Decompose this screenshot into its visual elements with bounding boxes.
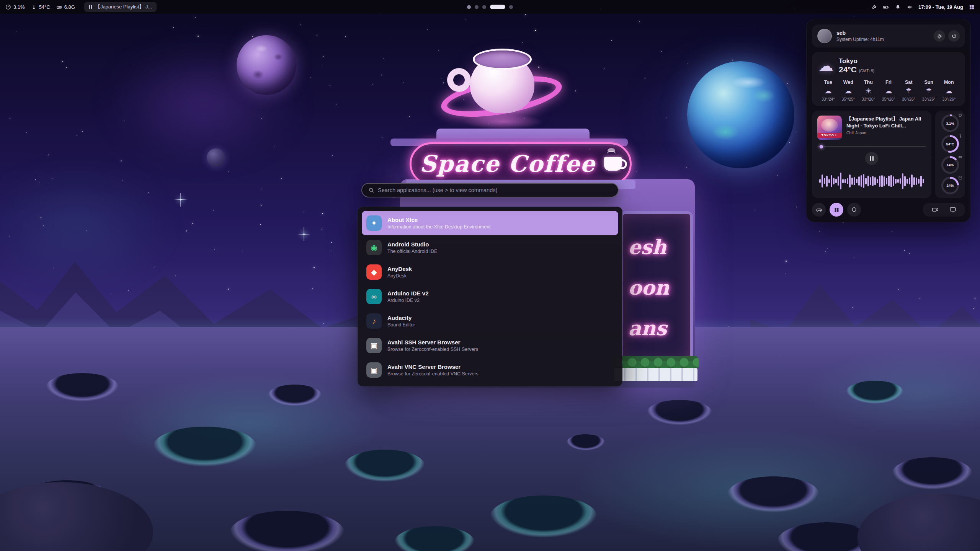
media-pill[interactable]: 【Japanese Playlist】 J...	[84, 2, 157, 12]
planter-box	[614, 368, 697, 381]
weather-city: Tokyo	[839, 57, 874, 65]
system-stats-group: 3.1% 54°C 6.8G 【Japanese Playlist】 J...	[5, 2, 157, 12]
app-result-text: Audacity Sound Editor	[387, 315, 415, 328]
forecast-weather-icon: ☂	[926, 87, 932, 95]
app-icon: ◆	[366, 264, 382, 280]
workspace-indicator[interactable]	[467, 5, 513, 9]
shield-mode-button[interactable]	[847, 203, 861, 217]
media-progress-bar[interactable]	[817, 146, 926, 147]
thermometer-icon	[958, 134, 962, 138]
app-icon: ◉	[366, 240, 382, 255]
app-result-row[interactable]: ♪ Audacity Sound Editor	[362, 309, 618, 333]
workspace-active-pill[interactable]	[490, 5, 505, 9]
temperature-value: 54°C	[39, 4, 50, 10]
app-icon: ∞	[366, 289, 382, 304]
display-icon	[949, 206, 957, 213]
disk-icon	[958, 176, 962, 180]
window-plants	[612, 356, 699, 370]
app-result-text: Avahi VNC Server Browser Browse for Zero…	[387, 364, 479, 377]
app-grid-icon[interactable]	[969, 4, 975, 10]
app-icon-glyph: ▣	[371, 341, 378, 350]
app-icon: ♪	[366, 313, 382, 329]
media-and-gauges: TOKYO L 【Japanese Playlist】 Japan All Ni…	[812, 111, 965, 198]
coffee-cup-icon	[604, 157, 622, 171]
app-result-row[interactable]: ▣ Avahi VNC Server Browser Browse for Ze…	[362, 358, 618, 382]
notifications-bell-icon[interactable]	[895, 4, 901, 10]
screen-record-button[interactable]	[931, 206, 939, 213]
memory-gauge: 14%	[941, 156, 959, 174]
app-result-row[interactable]: ∞ Arduino IDE v2 Arduino IDE v2	[362, 284, 618, 309]
battery-icon[interactable]	[883, 4, 889, 10]
workspace-dot[interactable]	[509, 5, 513, 9]
cup-glow	[463, 114, 544, 129]
cpu-chip-icon	[958, 113, 962, 117]
forecast-temps: 35°/25°	[842, 97, 855, 101]
forecast-day: Fri ☁ 35°/26°	[879, 80, 899, 101]
app-name: Audacity	[387, 315, 415, 321]
app-result-row[interactable]: ✦ About Xfce Information about the Xfce …	[362, 211, 618, 235]
forecast-day-name: Thu	[864, 80, 873, 85]
app-result-text: Android Studio The official Android IDE	[387, 241, 437, 254]
control-center-panel: seb System Uptime: 4h11m ☁ Tokyo 24°C (G…	[806, 19, 971, 222]
gamepad-mode-button[interactable]	[812, 203, 826, 217]
temperature-indicator[interactable]: 54°C	[31, 4, 50, 10]
app-description: AnyDesk	[387, 273, 412, 279]
crater	[892, 457, 972, 489]
cpu-gauge: 3.1%	[941, 114, 959, 132]
app-result-row[interactable]: ◉ Android Studio The official Android ID…	[362, 235, 618, 260]
app-result-row[interactable]: ◆ AnyDesk AnyDesk	[362, 260, 618, 284]
dashboard-apps-button[interactable]	[830, 203, 843, 217]
workspace-dot[interactable]	[467, 5, 471, 9]
gamepad-icon	[816, 207, 822, 213]
shield-icon	[851, 207, 857, 213]
app-icon-glyph: ♪	[372, 317, 376, 326]
app-result-row[interactable]: ▣ Avahi SSH Server Browser Browse for Ze…	[362, 333, 618, 358]
volume-icon[interactable]	[906, 4, 913, 10]
app-result-text: About Xfce Information about the Xfce De…	[387, 217, 491, 230]
weather-header: ☁ Tokyo 24°C (GMT+9)	[818, 57, 959, 74]
app-icon-glyph: ✦	[371, 218, 377, 228]
screenshot-button[interactable]	[949, 206, 957, 213]
launcher-search-bar[interactable]	[361, 183, 619, 197]
app-name: AnyDesk	[387, 266, 412, 272]
app-name: Avahi VNC Server Browser	[387, 364, 479, 370]
memory-indicator[interactable]: 6.8G	[56, 4, 75, 10]
power-button[interactable]	[948, 30, 960, 42]
cloud-icon: ☁	[818, 58, 833, 73]
crater	[345, 450, 425, 482]
neon-sign: Space Coffee	[410, 142, 632, 185]
app-icon: ▣	[366, 338, 382, 353]
forecast-day: Thu ☀ 33°/26°	[858, 80, 879, 101]
play-pause-button[interactable]	[865, 152, 878, 165]
waveform	[817, 169, 926, 193]
memory-value: 6.8G	[64, 4, 75, 10]
clock[interactable]: 17:09 - Tue, 19 Aug	[918, 4, 963, 10]
neon-sign-text: Space Coffee	[420, 150, 596, 177]
shop-window: esh oon ans	[620, 211, 693, 365]
temperature-ring: 54°C	[941, 135, 959, 153]
memory-icon	[56, 4, 62, 10]
wrench-icon[interactable]	[871, 4, 877, 10]
settings-button[interactable]	[934, 30, 945, 42]
system-uptime: System Uptime: 4h11m	[836, 37, 884, 42]
crater	[647, 400, 712, 425]
app-icon-glyph: ▣	[371, 365, 378, 375]
cpu-usage-indicator[interactable]: 3.1%	[5, 4, 25, 10]
app-description: Information about the Xfce Desktop Envir…	[387, 224, 491, 230]
purple-planet	[237, 35, 296, 95]
forecast-temps: 35°/26°	[882, 97, 895, 101]
crater	[394, 526, 475, 551]
media-progress-knob[interactable]	[820, 145, 823, 148]
small-moon	[207, 148, 225, 167]
media-top: TOKYO L 【Japanese Playlist】 Japan All Ni…	[817, 116, 926, 140]
search-input[interactable]	[378, 187, 612, 193]
bright-star	[303, 233, 305, 235]
crater	[46, 373, 119, 401]
crater	[490, 496, 597, 538]
forecast-temps: 33°/24°	[822, 97, 835, 101]
workspace-dot[interactable]	[475, 5, 479, 9]
forecast-day: Sat ☂ 36°/26°	[898, 80, 919, 101]
app-icon: ✦	[366, 215, 382, 231]
workspace-dot[interactable]	[482, 5, 486, 9]
app-name: Android Studio	[387, 241, 437, 248]
